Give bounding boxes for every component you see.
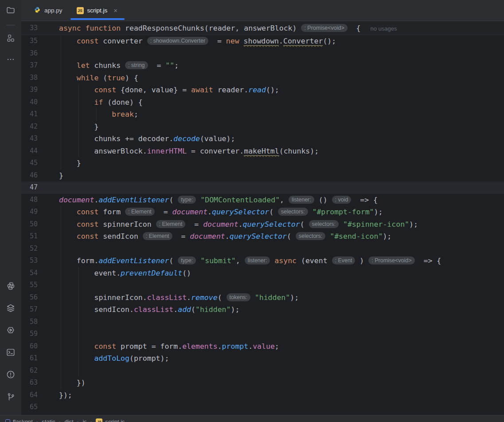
sticky-line-header[interactable]: 33async function readResponseChunks(read… — [21, 22, 504, 35]
code-line[interactable]: 40 if (done) { — [21, 96, 504, 109]
python-console-button[interactable] — [3, 279, 18, 294]
line-number[interactable]: 49 — [21, 206, 38, 218]
line-number[interactable]: 48 — [21, 194, 38, 206]
code-line[interactable]: 44 answerBlock.innerHTML = converter.mak… — [21, 145, 504, 158]
inline-hint[interactable]: : string — [125, 61, 148, 69]
inline-hint[interactable]: : Event — [332, 256, 356, 264]
inline-hint[interactable]: type: — [178, 196, 196, 204]
code-line[interactable]: 50 const spinnerIcon : Element = documen… — [21, 218, 504, 231]
line-number[interactable]: 65 — [21, 401, 38, 414]
code-line[interactable]: 37 let chunks : string = ""; — [21, 59, 504, 72]
code-line[interactable]: 64}); — [21, 389, 504, 402]
inline-hint[interactable]: type: — [178, 256, 196, 264]
code-line[interactable]: 55 — [21, 279, 504, 292]
code-line[interactable]: 52 — [21, 243, 504, 255]
terminal-button[interactable] — [3, 346, 18, 361]
code-line[interactable]: 57 sendIcon.classList.add("hidden"); — [21, 304, 504, 316]
inline-hint[interactable]: : void — [332, 196, 352, 204]
line-number[interactable]: 43 — [21, 133, 38, 145]
line-number[interactable]: 64 — [21, 389, 38, 402]
inline-hint[interactable]: selectors: — [296, 232, 326, 240]
tab-app-py[interactable]: app.py — [27, 0, 70, 21]
line-number[interactable]: 59 — [21, 328, 38, 340]
inline-hint[interactable]: : Promise<void> — [301, 24, 347, 32]
code-editor[interactable]: 35 const converter : showdown.Converter … — [21, 35, 504, 415]
line-number[interactable]: 41 — [21, 108, 38, 121]
breadcrumb-item-js[interactable]: js — [82, 418, 86, 422]
more-tool-windows-button[interactable] — [3, 53, 18, 68]
inline-hint[interactable]: selectors: — [278, 208, 308, 216]
line-number[interactable]: 45 — [21, 157, 38, 170]
inline-hint[interactable]: : Promise<void> — [368, 256, 414, 264]
breadcrumb-item-script-js[interactable]: JS script.js — [96, 418, 125, 422]
line-number[interactable]: 63 — [21, 377, 38, 389]
code-line[interactable]: 42 } — [21, 121, 504, 133]
code-line[interactable]: 43 chunks += decoder.decode(value); — [21, 133, 504, 145]
line-number[interactable]: 38 — [21, 72, 38, 84]
line-number[interactable]: 58 — [21, 316, 38, 328]
version-control-button[interactable] — [3, 390, 18, 405]
inline-hint[interactable]: : Element — [125, 208, 155, 216]
line-number[interactable]: 57 — [21, 304, 38, 316]
line-number[interactable]: 46 — [21, 170, 38, 182]
line-number[interactable]: 50 — [21, 218, 38, 231]
run-button[interactable] — [3, 323, 18, 339]
code-line[interactable]: 51 const sendIcon : Element = document.q… — [21, 230, 504, 243]
code-line[interactable]: 33async function readResponseChunks(read… — [21, 22, 504, 35]
inline-hint[interactable]: : showdown.Converter — [147, 37, 208, 45]
code-line[interactable]: 39 const {done, value} = await reader.re… — [21, 84, 504, 96]
line-number[interactable]: 39 — [21, 84, 38, 96]
line-number[interactable]: 56 — [21, 292, 38, 304]
line-number[interactable]: 33 — [21, 22, 38, 35]
code-line[interactable]: 60 const prompt = form.elements.prompt.v… — [21, 340, 504, 353]
line-number[interactable]: 60 — [21, 340, 38, 353]
code-line[interactable]: 41 break; — [21, 108, 504, 121]
line-number[interactable]: 51 — [21, 230, 38, 243]
line-number[interactable]: 47 — [21, 181, 38, 194]
code-line[interactable]: 36 — [21, 47, 504, 60]
line-number[interactable]: 44 — [21, 145, 38, 158]
code-line[interactable]: 65 — [21, 401, 504, 414]
line-number[interactable]: 55 — [21, 279, 38, 292]
tab-script-js[interactable]: JS script.js × — [70, 0, 126, 21]
inline-hint[interactable]: : Element — [143, 232, 172, 240]
code-line[interactable]: 46} — [21, 170, 504, 182]
close-icon[interactable]: × — [113, 6, 118, 15]
line-number[interactable]: 42 — [21, 121, 38, 133]
problems-button[interactable] — [3, 368, 18, 383]
code-line[interactable]: 59 — [21, 328, 504, 340]
code-line[interactable]: 35 const converter : showdown.Converter … — [21, 35, 504, 47]
code-line[interactable]: 54 event.preventDefault() — [21, 267, 504, 280]
code-line[interactable]: 49 const form : Element = document.query… — [21, 206, 504, 218]
line-number[interactable]: 54 — [21, 267, 38, 280]
services-button[interactable] — [3, 301, 18, 316]
breadcrumb-item-flaskgpt[interactable]: flaskgpt — [5, 418, 33, 422]
line-number[interactable]: 40 — [21, 96, 38, 109]
project-tool-button[interactable] — [3, 4, 18, 19]
line-number[interactable]: 52 — [21, 243, 38, 255]
code-line[interactable]: 56 spinnerIcon.classList.remove( tokens:… — [21, 292, 504, 304]
code-vision-usages[interactable]: no usages — [371, 25, 397, 32]
line-number[interactable]: 61 — [21, 352, 38, 365]
inline-hint[interactable]: : Element — [156, 220, 186, 228]
code-line[interactable]: 61 addToLog(prompt); — [21, 352, 504, 365]
line-number[interactable]: 36 — [21, 47, 38, 60]
structure-tool-button[interactable] — [3, 32, 18, 47]
code-line[interactable]: 62 — [21, 365, 504, 377]
line-number[interactable]: 35 — [21, 35, 38, 47]
line-number[interactable]: 37 — [21, 59, 38, 72]
breadcrumb-item-dist[interactable]: dist — [65, 418, 74, 422]
inline-hint[interactable]: selectors: — [309, 220, 339, 228]
code-line[interactable]: 53 form.addEventListener( type: "submit"… — [21, 255, 504, 267]
inline-hint[interactable]: listener: — [289, 196, 314, 204]
line-number[interactable]: 62 — [21, 365, 38, 377]
code-line[interactable]: 58 — [21, 316, 504, 328]
code-line[interactable]: 48document.addEventListener( type: "DOMC… — [21, 194, 504, 206]
inline-hint[interactable]: tokens: — [227, 293, 250, 301]
breadcrumb-item-static[interactable]: static — [42, 418, 55, 422]
code-line[interactable]: 63 }) — [21, 377, 504, 389]
line-number[interactable]: 53 — [21, 255, 38, 267]
code-line[interactable]: 38 while (true) { — [21, 72, 504, 84]
code-line[interactable]: 47 — [21, 181, 504, 194]
code-line[interactable]: 45 } — [21, 157, 504, 170]
